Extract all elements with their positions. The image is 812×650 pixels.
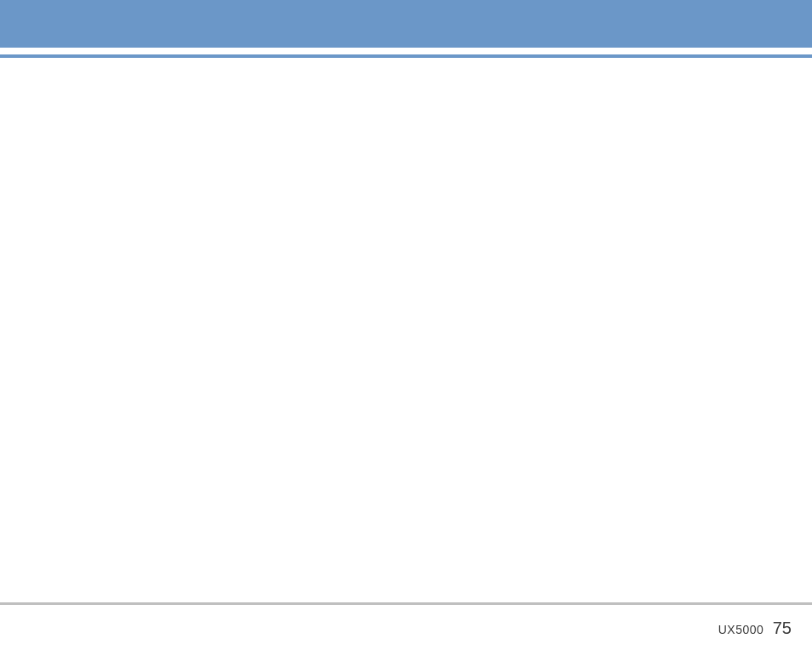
footer-divider bbox=[0, 602, 812, 605]
footer-label: UX5000 bbox=[718, 623, 764, 636]
footer-page-number: 75 bbox=[773, 619, 792, 637]
page-footer: UX5000 75 bbox=[718, 619, 792, 638]
header-bar bbox=[0, 0, 812, 48]
header-gap bbox=[0, 48, 812, 54]
page-content bbox=[0, 58, 812, 602]
